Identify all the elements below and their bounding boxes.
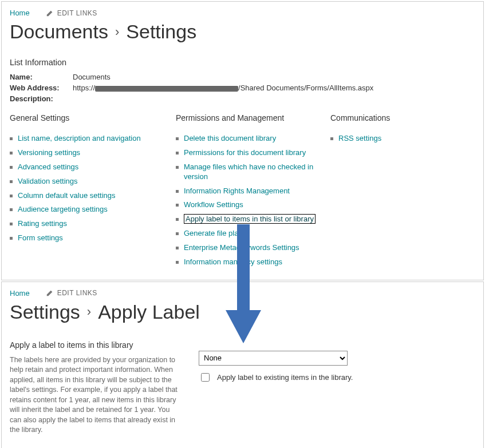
label-name: Name: [10, 73, 73, 81]
settings-link-item: Generate file pla [176, 229, 325, 239]
settings-link[interactable]: Enterprise Metad eywords Settings [184, 243, 299, 252]
settings-link-item: Information man olicy settings [176, 257, 325, 267]
settings-link[interactable]: Form settings [18, 233, 63, 242]
row-name: Name: Documents [10, 73, 475, 81]
apply-label-panel: Home EDIT LINKS Settings › Apply Label A… [1, 282, 484, 448]
home-link-2[interactable]: Home [10, 289, 30, 298]
apply-existing-label: Apply label to existing items in the lib… [217, 373, 353, 382]
settings-link-item: Audience targeting settings [10, 205, 170, 215]
settings-link-item: Rating settings [10, 219, 170, 229]
settings-link[interactable]: Delete this document library [184, 134, 276, 142]
crumb-documents[interactable]: Documents [10, 21, 108, 43]
list-information-section: List Information Name: Documents Web Add… [10, 58, 475, 103]
settings-link-item: Validation settings [10, 177, 170, 187]
value-name: Documents [73, 73, 475, 81]
settings-link-item: Information Rights Management [176, 187, 325, 196]
settings-link-item: Column default value settings [10, 191, 170, 201]
settings-link[interactable]: List name, description and navigation [18, 134, 141, 142]
settings-link-item: Form settings [10, 233, 170, 243]
crumb-settings: Settings [126, 21, 196, 43]
col-communications: Communications RSS settings [330, 113, 475, 272]
form-desc-body: The labels here are provided by your org… [10, 355, 182, 435]
settings-link-item: Delete this document library [176, 134, 325, 144]
settings-panel: Home EDIT LINKS Documents › Settings Lis… [1, 1, 484, 280]
page-title-2: Settings › Apply Label [10, 301, 475, 323]
label-description: Description: [10, 94, 73, 103]
list-communications: RSS settings [330, 134, 475, 144]
settings-link[interactable]: Versioning settings [18, 148, 80, 157]
settings-link-item: Permissions for this document library [176, 148, 325, 158]
apply-existing-checkbox[interactable] [201, 373, 210, 382]
label-web-address: Web Address: [10, 84, 73, 92]
chevron-right-icon: › [115, 25, 119, 39]
redacted-segment [95, 86, 238, 92]
heading-general: General Settings [10, 113, 170, 122]
addr-prefix: https:// [73, 84, 95, 92]
settings-link[interactable]: Column default value settings [18, 191, 116, 200]
home-link[interactable]: Home [10, 9, 30, 17]
edit-links-label: EDIT LINKS [57, 9, 97, 17]
apply-label-form: Apply a label to items in this library T… [10, 340, 475, 435]
pencil-icon [46, 9, 54, 17]
list-info-heading: List Information [10, 58, 475, 67]
settings-link[interactable]: Information Rights Management [184, 187, 290, 195]
crumb-settings-2[interactable]: Settings [10, 301, 80, 323]
value-description [73, 94, 475, 103]
settings-link[interactable]: Information man olicy settings [184, 257, 282, 266]
row-description: Description: [10, 94, 475, 103]
crumb-apply-label: Apply Label [98, 301, 200, 323]
settings-link-item: Versioning settings [10, 148, 170, 158]
list-permissions: Delete this document libraryPermissions … [176, 134, 325, 267]
col-permissions: Permissions and Management Delete this d… [176, 113, 325, 272]
form-controls: None Apply label to existing items in th… [199, 340, 475, 435]
edit-links-button[interactable]: EDIT LINKS [46, 9, 97, 17]
top-nav: Home EDIT LINKS [10, 7, 475, 21]
settings-link[interactable]: Apply label to items in this list or lib… [184, 214, 316, 224]
settings-link[interactable]: Advanced settings [18, 162, 78, 171]
settings-columns: General Settings List name, description … [10, 113, 475, 272]
list-general: List name, description and navigationVer… [10, 134, 170, 243]
settings-link[interactable]: Generate file pla [184, 229, 238, 237]
settings-link[interactable]: Permissions for this document library [184, 148, 306, 157]
row-web-address: Web Address: https:///Shared Documents/F… [10, 84, 475, 92]
settings-link-item: Workflow Settings [176, 200, 325, 210]
settings-link-item: Apply label to items in this list or lib… [176, 215, 325, 224]
value-web-address: https:///Shared Documents/Forms/AllItems… [73, 84, 475, 92]
settings-link[interactable]: Manage files which have no checked in ve… [184, 162, 313, 181]
settings-link-item: Advanced settings [10, 162, 170, 172]
pencil-icon [46, 289, 54, 297]
settings-link[interactable]: Workflow Settings [184, 200, 243, 209]
page-title: Documents › Settings [10, 21, 475, 43]
form-description: Apply a label to items in this library T… [10, 340, 182, 435]
settings-link[interactable]: Rating settings [18, 219, 67, 228]
settings-link[interactable]: Validation settings [18, 177, 78, 185]
top-nav-2: Home EDIT LINKS [10, 288, 475, 301]
addr-suffix: /Shared Documents/Forms/AllItems.aspx [238, 84, 373, 92]
settings-link-item: Manage files which have no checked in ve… [176, 162, 325, 182]
settings-link-item: Enterprise Metad eywords Settings [176, 243, 325, 253]
col-general: General Settings List name, description … [10, 113, 170, 272]
settings-link[interactable]: Audience targeting settings [18, 205, 108, 213]
heading-communications: Communications [330, 113, 475, 122]
edit-links-label-2: EDIT LINKS [57, 289, 97, 297]
settings-link-item: RSS settings [330, 134, 475, 144]
label-select[interactable]: None [199, 351, 348, 366]
settings-link-item: List name, description and navigation [10, 134, 170, 144]
chevron-right-icon: › [87, 304, 91, 319]
heading-permissions: Permissions and Management [176, 113, 325, 122]
edit-links-button-2[interactable]: EDIT LINKS [46, 289, 97, 297]
form-desc-title: Apply a label to items in this library [10, 340, 182, 350]
settings-link[interactable]: RSS settings [338, 134, 381, 142]
